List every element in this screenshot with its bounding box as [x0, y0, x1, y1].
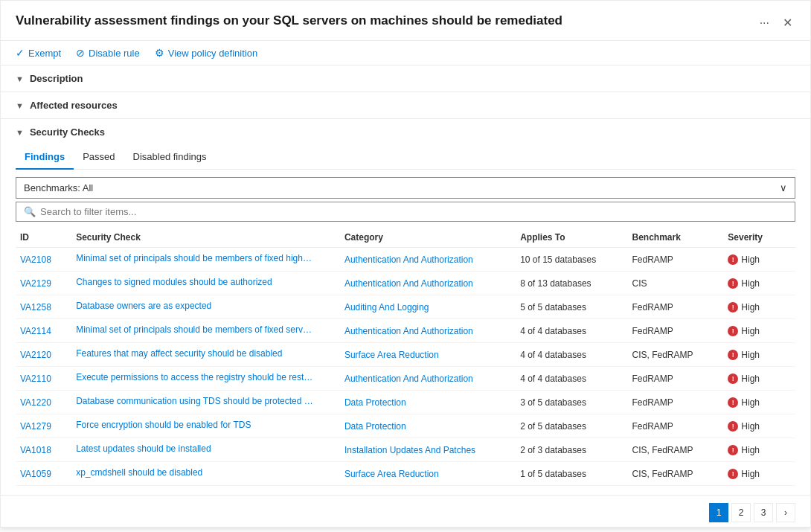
- exempt-button[interactable]: ✓ Exempt: [16, 47, 61, 59]
- next-page-button[interactable]: ›: [776, 503, 795, 522]
- severity-badge: ! High: [728, 445, 788, 455]
- disable-rule-button[interactable]: ⊘ Disable rule: [76, 47, 140, 59]
- cell-check: Execute permissions to access the regist…: [71, 367, 340, 391]
- cell-severity: ! High: [723, 319, 795, 343]
- severity-label: High: [741, 254, 760, 265]
- category-link[interactable]: Installation Updates And Patches: [344, 445, 475, 455]
- affected-resources-header[interactable]: ▼ Affected resources: [1, 92, 810, 118]
- page-1-button[interactable]: 1: [709, 503, 728, 522]
- more-options-icon[interactable]: ···: [757, 15, 772, 31]
- id-link[interactable]: VA1018: [20, 445, 51, 455]
- affected-chevron: ▼: [16, 101, 24, 110]
- category-link[interactable]: Data Protection: [344, 421, 406, 432]
- cell-category: Authentication And Authorization: [340, 367, 516, 391]
- cell-id: VA2110: [16, 367, 71, 391]
- view-policy-button[interactable]: ⚙ View policy definition: [155, 47, 257, 59]
- security-checks-header[interactable]: ▼ Security Checks: [1, 119, 810, 145]
- category-link[interactable]: Authentication And Authorization: [344, 278, 473, 289]
- panel-header: Vulnerability assessment findings on you…: [1, 1, 810, 41]
- cell-applies: 1 of 5 databases: [516, 462, 627, 486]
- id-link[interactable]: VA1258: [20, 302, 51, 313]
- id-link[interactable]: VA2114: [20, 326, 51, 336]
- category-link[interactable]: Surface Area Reduction: [344, 350, 439, 360]
- check-link[interactable]: Minimal set of principals should be memb…: [76, 253, 314, 263]
- affected-resources-section: ▼ Affected resources: [1, 92, 810, 119]
- cell-applies: 5 of 5 databases: [516, 295, 627, 319]
- action-bar: ✓ Exempt ⊘ Disable rule ⚙ View policy de…: [1, 41, 810, 65]
- cell-applies: 3 of 5 databases: [516, 391, 627, 414]
- id-link[interactable]: VA2129: [20, 278, 51, 289]
- category-link[interactable]: Surface Area Reduction: [344, 469, 439, 479]
- severity-label: High: [741, 326, 760, 336]
- cell-check: xp_cmdshell should be disabled: [71, 462, 340, 486]
- category-link[interactable]: Authentication And Authorization: [344, 374, 473, 384]
- disable-icon: ⊘: [76, 47, 85, 59]
- check-link[interactable]: Execute permissions to access the regist…: [76, 372, 314, 382]
- cell-category: Surface Area Reduction: [340, 462, 516, 486]
- benchmark-select[interactable]: Benchmarks: All ∨: [16, 177, 795, 199]
- severity-badge: ! High: [728, 254, 788, 265]
- dropdown-chevron-icon: ∨: [780, 182, 787, 193]
- cell-benchmark: FedRAMP: [627, 319, 723, 343]
- cell-id: VA1018: [16, 438, 71, 462]
- category-link[interactable]: Authentication And Authorization: [344, 254, 473, 265]
- cell-severity: ! High: [723, 272, 795, 295]
- page-2-button[interactable]: 2: [731, 503, 751, 522]
- filter-bar: Benchmarks: All ∨ 🔍: [16, 177, 795, 222]
- cell-severity: ! High: [723, 391, 795, 414]
- id-link[interactable]: VA1220: [20, 397, 51, 408]
- cell-check: Force encryption should be enabled for T…: [71, 414, 340, 438]
- security-checks-section: ▼ Security Checks Findings Passed Disabl…: [1, 119, 810, 496]
- cell-category: Data Protection: [340, 391, 516, 414]
- check-link[interactable]: Features that may affect security should…: [76, 348, 282, 359]
- severity-label: High: [741, 278, 760, 289]
- description-header[interactable]: ▼ Description: [1, 65, 810, 92]
- policy-icon: ⚙: [155, 47, 164, 59]
- cell-check: Latest updates should be installed: [71, 438, 340, 462]
- severity-icon: !: [728, 421, 738, 432]
- page-3-button[interactable]: 3: [754, 503, 773, 522]
- id-link[interactable]: VA2120: [20, 350, 51, 360]
- table-row: VA2114 Minimal set of principals should …: [16, 319, 795, 343]
- id-link[interactable]: VA1279: [20, 421, 51, 432]
- cell-id: VA1059: [16, 462, 71, 486]
- cell-applies: 4 of 4 databases: [516, 367, 627, 391]
- search-input[interactable]: [40, 206, 787, 217]
- cell-benchmark: FedRAMP: [627, 367, 723, 391]
- col-header-category: Category: [340, 226, 516, 248]
- cell-benchmark: FedRAMP: [627, 391, 723, 414]
- table-row: VA1258 Database owners are as expected A…: [16, 295, 795, 319]
- check-link[interactable]: xp_cmdshell should be disabled: [76, 467, 202, 478]
- cell-category: Auditing And Logging: [340, 295, 516, 319]
- id-link[interactable]: VA1059: [20, 469, 51, 479]
- category-link[interactable]: Data Protection: [344, 397, 406, 408]
- tabs-bar: Findings Passed Disabled findings: [16, 145, 795, 170]
- category-link[interactable]: Auditing And Logging: [344, 302, 429, 313]
- col-header-severity: Severity: [723, 226, 795, 248]
- close-icon[interactable]: ✕: [780, 14, 795, 31]
- tab-disabled-findings[interactable]: Disabled findings: [124, 145, 216, 170]
- check-link[interactable]: Database owners are as expected: [76, 301, 211, 311]
- check-link[interactable]: Minimal set of principals should be memb…: [76, 324, 314, 335]
- check-link[interactable]: Force encryption should be enabled for T…: [76, 420, 251, 430]
- cell-category: Authentication And Authorization: [340, 319, 516, 343]
- check-link[interactable]: Latest updates should be installed: [76, 443, 211, 454]
- cell-benchmark: CIS: [627, 272, 723, 295]
- cell-benchmark: CIS, FedRAMP: [627, 438, 723, 462]
- check-link[interactable]: Database communication using TDS should …: [76, 396, 314, 406]
- check-link[interactable]: Changes to signed modules should be auth…: [76, 277, 272, 287]
- tab-findings[interactable]: Findings: [16, 145, 74, 170]
- id-link[interactable]: VA2110: [20, 374, 51, 384]
- severity-label: High: [741, 421, 760, 432]
- table-header: ID Security Check Category Applies To Be…: [16, 226, 795, 248]
- category-link[interactable]: Authentication And Authorization: [344, 326, 473, 336]
- panel-title: Vulnerability assessment findings on you…: [16, 13, 757, 29]
- tab-passed[interactable]: Passed: [74, 145, 124, 170]
- severity-label: High: [741, 397, 760, 408]
- severity-badge: ! High: [728, 350, 788, 360]
- severity-label: High: [741, 302, 760, 313]
- cell-severity: ! High: [723, 367, 795, 391]
- table-row: VA2110 Execute permissions to access the…: [16, 367, 795, 391]
- severity-label: High: [741, 469, 760, 479]
- id-link[interactable]: VA2108: [20, 254, 51, 265]
